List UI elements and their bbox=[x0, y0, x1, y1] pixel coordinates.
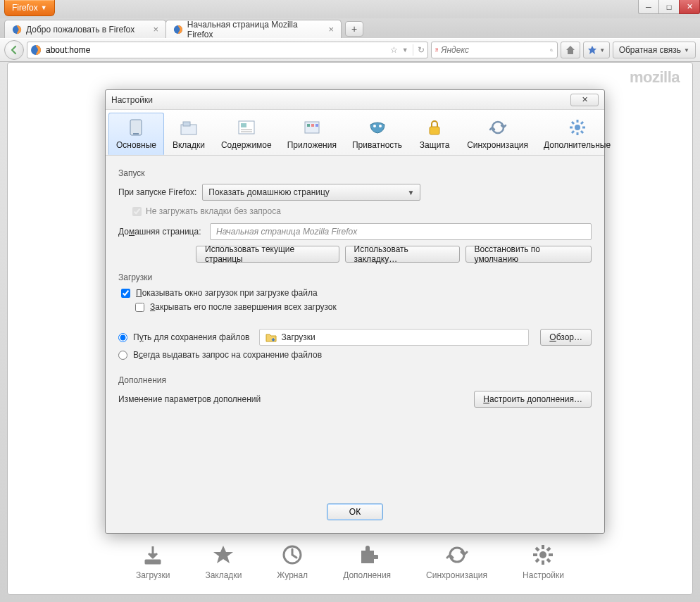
close-icon: ✕ bbox=[582, 95, 588, 104]
svg-rect-20 bbox=[133, 133, 139, 134]
homepage-input[interactable]: Начальная страница Mozilla Firefox bbox=[210, 223, 592, 240]
svg-rect-33 bbox=[430, 127, 439, 134]
feedback-label: Обратная связь bbox=[619, 45, 681, 55]
browse-button[interactable]: Обзор… bbox=[540, 329, 592, 346]
category-content[interactable]: Содержимое bbox=[213, 113, 280, 155]
tab-label: Начальная страница Mozilla Firefox bbox=[187, 20, 325, 39]
restore-default-button[interactable]: Восстановить по умолчанию bbox=[465, 246, 592, 263]
dialog-titlebar[interactable]: Настройки ✕ bbox=[106, 90, 604, 110]
svg-line-18 bbox=[536, 559, 539, 562]
category-tabs[interactable]: Вкладки bbox=[164, 113, 213, 155]
gear-icon bbox=[532, 544, 554, 566]
show-downloads-window-label: Показывать окно загрузок при загрузке фа… bbox=[136, 288, 318, 298]
svg-rect-27 bbox=[305, 122, 319, 133]
firefox-icon bbox=[12, 25, 22, 35]
back-button[interactable] bbox=[4, 40, 24, 60]
sync-icon bbox=[446, 544, 468, 566]
category-applications[interactable]: Приложения bbox=[280, 113, 344, 155]
configure-addons-button[interactable]: Настроить дополнения… bbox=[474, 391, 592, 408]
new-tab-button[interactable]: + bbox=[345, 21, 363, 37]
bookmark-star-icon[interactable]: ☆ bbox=[390, 45, 398, 55]
svg-line-40 bbox=[581, 131, 583, 133]
applications-icon bbox=[302, 118, 322, 137]
arrow-left-icon bbox=[9, 45, 19, 55]
url-bar[interactable]: ☆ ▼ ↻ bbox=[27, 42, 428, 58]
when-start-value: Показать домашнюю страницу bbox=[208, 187, 330, 197]
save-to-path-radio[interactable] bbox=[118, 333, 127, 342]
chevron-down-icon: ▼ bbox=[407, 189, 414, 196]
close-after-downloads-checkbox[interactable] bbox=[135, 303, 144, 312]
star-icon bbox=[212, 544, 235, 566]
category-general[interactable]: Основные bbox=[108, 113, 164, 155]
svg-line-17 bbox=[547, 548, 550, 551]
settings-categories: Основные Вкладки Содержимое Приложения П… bbox=[106, 110, 604, 156]
category-advanced[interactable]: Дополнительные bbox=[536, 113, 618, 155]
content-area: mozilla Загрузки Закладки Журнал Дополне… bbox=[7, 62, 693, 595]
dialog-close-button[interactable]: ✕ bbox=[570, 94, 599, 106]
home-button[interactable] bbox=[561, 42, 580, 58]
svg-point-5 bbox=[551, 49, 553, 51]
tab-strip: Добро пожаловать в Firefox × Начальная с… bbox=[0, 18, 700, 38]
tab-close-icon[interactable]: × bbox=[153, 24, 158, 35]
shortcut-settings[interactable]: Настройки bbox=[523, 544, 564, 580]
sync-icon bbox=[488, 118, 508, 137]
download-path-field[interactable]: Загрузки bbox=[259, 329, 529, 346]
svg-rect-24 bbox=[241, 123, 246, 127]
startup-section-label: Запуск bbox=[118, 168, 592, 178]
svg-line-15 bbox=[536, 548, 539, 551]
when-start-select[interactable]: Показать домашнюю страницу ▼ bbox=[202, 184, 420, 201]
tab-welcome[interactable]: Добро пожаловать в Firefox × bbox=[4, 20, 166, 38]
shortcut-sync[interactable]: Синхронизация bbox=[426, 544, 487, 580]
privacy-mask-icon bbox=[368, 118, 387, 137]
svg-marker-8 bbox=[213, 546, 233, 563]
addons-section-label: Дополнения bbox=[118, 375, 592, 385]
bookmarks-menu-button[interactable]: ▼ bbox=[583, 42, 610, 58]
shortcut-downloads[interactable]: Загрузки bbox=[136, 544, 170, 580]
shortcut-bookmarks[interactable]: Закладки bbox=[205, 544, 242, 580]
url-input[interactable] bbox=[46, 45, 386, 55]
tabs-icon bbox=[179, 118, 199, 137]
use-current-pages-button[interactable]: Использовать текущие страницы bbox=[196, 246, 339, 263]
window-minimize-button[interactable]: ─ bbox=[638, 0, 659, 14]
downloads-section-label: Загрузки bbox=[118, 272, 592, 282]
dont-load-tabs-label: Не загружать вкладки без запроса bbox=[146, 206, 281, 216]
category-privacy[interactable]: Приватность bbox=[344, 113, 410, 155]
search-icon[interactable] bbox=[550, 46, 553, 55]
always-ask-radio[interactable] bbox=[118, 351, 127, 360]
tab-startpage[interactable]: Начальная страница Mozilla Firefox × bbox=[165, 20, 342, 38]
folder-icon bbox=[265, 332, 277, 343]
lock-icon bbox=[425, 118, 444, 137]
clock-icon bbox=[281, 544, 304, 566]
chevron-down-icon: ▼ bbox=[599, 47, 605, 54]
window-maximize-button[interactable]: □ bbox=[658, 0, 680, 14]
category-security[interactable]: Защита bbox=[410, 113, 459, 155]
window-close-button[interactable]: ✕ bbox=[679, 0, 700, 14]
tab-close-icon[interactable]: × bbox=[328, 24, 334, 35]
reload-icon[interactable]: ↻ bbox=[418, 45, 425, 55]
always-ask-label: Всегда выдавать запрос на сохранение фай… bbox=[133, 350, 322, 360]
homepage-label: Домашняя страница: bbox=[118, 227, 204, 237]
download-icon bbox=[142, 544, 164, 566]
show-downloads-window-checkbox[interactable] bbox=[121, 289, 130, 298]
svg-rect-22 bbox=[183, 122, 190, 126]
category-sync[interactable]: Синхронизация bbox=[459, 113, 536, 155]
search-bar[interactable]: Я bbox=[431, 42, 558, 58]
bookmarks-icon bbox=[587, 45, 597, 55]
chevron-down-icon[interactable]: ▼ bbox=[402, 46, 408, 54]
shortcut-history[interactable]: Журнал bbox=[277, 544, 308, 580]
svg-rect-29 bbox=[311, 124, 314, 127]
svg-rect-28 bbox=[307, 124, 310, 127]
svg-line-39 bbox=[572, 122, 574, 124]
ok-button[interactable]: ОК bbox=[327, 503, 383, 520]
use-bookmark-button[interactable]: Использовать закладку… bbox=[345, 246, 460, 263]
feedback-button[interactable]: Обратная связь ▼ bbox=[613, 42, 696, 58]
chevron-down-icon: ▼ bbox=[684, 47, 689, 54]
svg-point-10 bbox=[539, 551, 546, 558]
shortcut-addons[interactable]: Дополнения bbox=[343, 544, 391, 580]
search-input[interactable] bbox=[441, 45, 547, 55]
svg-marker-7 bbox=[588, 46, 596, 54]
firefox-menu-button[interactable]: Firefox ▼ bbox=[4, 0, 55, 16]
svg-line-41 bbox=[581, 122, 583, 124]
chevron-down-icon: ▼ bbox=[41, 4, 47, 11]
yandex-icon: Я bbox=[435, 45, 439, 55]
